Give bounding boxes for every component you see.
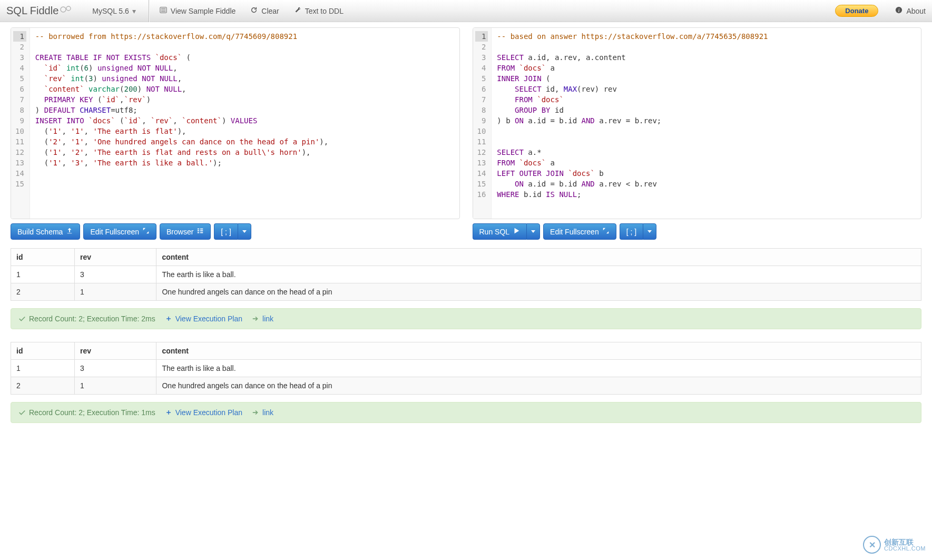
run-sql-label: Run SQL [479,228,510,236]
schema-code[interactable]: -- borrowed from https://stackoverflow.c… [30,28,333,219]
table-cell: 3 [74,266,156,283]
table-cell: The earth is like a ball. [156,360,921,377]
clear-label: Clear [261,7,279,15]
browser-button[interactable]: Browser [160,223,211,240]
db-engine-label: MySQL 5.6 [92,7,129,15]
status-text: Record Count: 2; Execution Time: 2ms [29,315,155,323]
tree-icon [197,227,204,236]
column-header: content [156,342,921,360]
query-edit-fullscreen-label: Edit Fullscreen [550,228,599,236]
build-schema-label: Build Schema [17,228,63,236]
caret-down-icon [648,230,652,233]
clear-link[interactable]: Clear [243,0,286,22]
donate-button[interactable]: Donate [835,5,878,17]
about-label: About [906,7,926,15]
list-alt-icon [160,6,167,15]
svg-text:i: i [898,7,900,13]
caret-down-icon: ▾ [132,7,136,15]
arrow-icon [252,409,259,416]
schema-gutter: 123456789101112131415 [11,28,30,219]
table-cell: 1 [74,283,156,301]
browser-label: Browser [166,228,193,236]
schema-terminator-dropdown[interactable] [238,223,251,240]
query-code[interactable]: -- based on answer https://stackoverflow… [492,28,773,219]
arrow-icon [252,315,259,322]
view-execution-plan-link[interactable]: ＋View Execution Plan [165,408,242,417]
table-row: 13The earth is like a ball. [11,266,921,283]
column-header: id [11,249,75,266]
text-to-ddl-label: Text to DDL [305,7,344,15]
table-cell: One hundred angels can dance on the head… [156,283,921,301]
refresh-icon [250,6,258,15]
donate-label: Donate [845,7,868,15]
table-cell: 1 [74,377,156,395]
play-icon [513,227,520,236]
about-link[interactable]: i About [888,0,926,22]
query-edit-fullscreen-button[interactable]: Edit Fullscreen [543,223,616,240]
plus-icon: ＋ [165,314,172,323]
caret-down-icon [531,230,535,233]
column-header: rev [74,249,156,266]
status-text: Record Count: 2; Execution Time: 1ms [29,408,155,417]
schema-panel: 123456789101112131415 -- borrowed from h… [11,27,460,240]
svg-point-0 [61,7,66,12]
plus-icon: ＋ [165,408,172,417]
view-sample-fiddle-link[interactable]: View Sample Fiddle [152,0,243,22]
table-cell: 2 [11,377,75,395]
view-execution-plan-link[interactable]: ＋View Execution Plan [165,314,242,323]
query-editor[interactable]: 12345678910111213141516 -- based on answ… [473,27,922,219]
schema-terminator-button[interactable]: [ ; ] [214,223,237,240]
table-cell: The earth is like a ball. [156,266,921,283]
status-check: Record Count: 2; Execution Time: 1ms [18,408,155,417]
brand-label: SQL Fiddle [6,5,58,17]
column-header: rev [74,342,156,360]
table-cell: 3 [74,360,156,377]
permalink-link[interactable]: link [252,408,273,417]
upload-icon [66,227,73,236]
results-container: idrevcontent13The earth is like a ball.2… [0,240,932,434]
column-header: id [11,342,75,360]
table-cell: 1 [11,266,75,283]
table-row: 21One hundred angels can dance on the he… [11,377,921,395]
top-navbar: SQL Fiddle MySQL 5.6 ▾ View Sample Fiddl… [0,0,932,22]
view-sample-label: View Sample Fiddle [171,7,236,15]
query-terminator-button[interactable]: [ ; ] [620,223,643,240]
query-terminator-label: [ ; ] [626,228,636,236]
status-check: Record Count: 2; Execution Time: 2ms [18,315,155,323]
run-sql-dropdown[interactable] [526,223,540,240]
result-table: idrevcontent13The earth is like a ball.2… [11,342,921,395]
wrench-icon [294,6,301,15]
fullscreen-icon [602,227,610,236]
caret-down-icon [242,230,247,233]
result-table: idrevcontent13The earth is like a ball.2… [11,248,921,301]
schema-terminator-label: [ ; ] [221,228,231,236]
query-terminator-dropdown[interactable] [643,223,656,240]
query-gutter: 12345678910111213141516 [473,28,492,219]
navbar-divider [149,0,149,22]
brand[interactable]: SQL Fiddle [6,4,83,17]
logo-gear-icon [60,4,72,17]
text-to-ddl-link[interactable]: Text to DDL [287,0,351,22]
build-schema-button[interactable]: Build Schema [11,223,80,240]
svg-point-1 [66,6,71,11]
table-cell: One hundred angels can dance on the head… [156,377,921,395]
permalink-link[interactable]: link [252,315,273,323]
table-cell: 1 [11,360,75,377]
status-bar: Record Count: 2; Execution Time: 2ms＋Vie… [11,308,921,329]
db-engine-dropdown[interactable]: MySQL 5.6 ▾ [83,7,145,15]
schema-edit-fullscreen-label: Edit Fullscreen [90,228,139,236]
query-panel: 12345678910111213141516 -- based on answ… [473,27,922,240]
column-header: content [156,249,921,266]
status-bar: Record Count: 2; Execution Time: 1ms＋Vie… [11,402,921,423]
info-icon: i [895,6,902,15]
table-row: 21One hundred angels can dance on the he… [11,283,921,301]
fullscreen-icon [142,227,150,236]
run-sql-button[interactable]: Run SQL [473,223,527,240]
schema-edit-fullscreen-button[interactable]: Edit Fullscreen [83,223,156,240]
schema-editor[interactable]: 123456789101112131415 -- borrowed from h… [11,27,460,219]
table-row: 13The earth is like a ball. [11,360,921,377]
table-cell: 2 [11,283,75,301]
